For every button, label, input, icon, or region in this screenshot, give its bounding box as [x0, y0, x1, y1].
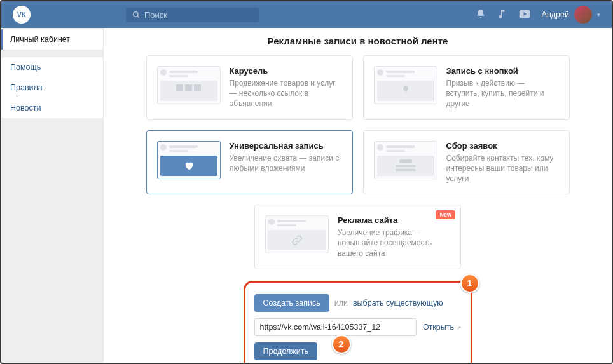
vk-logo[interactable]: VK: [13, 6, 31, 24]
svg-rect-3: [176, 84, 183, 91]
new-badge: New: [436, 210, 455, 219]
thumb-site: [265, 215, 329, 253]
ad-card-site[interactable]: New Реклама сайта Увеличение трафика — п…: [254, 205, 461, 269]
svg-rect-5: [194, 84, 201, 91]
thumb-button: [374, 66, 437, 104]
ad-card-universal[interactable]: Универсальная запись Увеличение охвата —…: [146, 130, 353, 195]
card-title: Универсальная запись: [230, 141, 342, 151]
video-icon[interactable]: [519, 10, 530, 20]
sidebar-item-help[interactable]: Помощь: [1, 57, 103, 78]
user-name: Андрей: [542, 10, 569, 19]
svg-line-1: [137, 16, 139, 18]
card-desc: Увеличение трафика — повышайте посещаемо…: [338, 227, 450, 259]
card-desc: Призыв к действию — вступить, купить, пе…: [446, 78, 559, 109]
search-placeholder: Поиск: [144, 10, 167, 20]
marker-1: 1: [460, 274, 479, 293]
ad-card-button-post[interactable]: Запись с кнопкой Призыв к действию — вст…: [363, 55, 570, 120]
or-label: или: [334, 299, 348, 307]
card-title: Запись с кнопкой: [446, 66, 559, 76]
svg-rect-4: [185, 84, 192, 91]
svg-rect-6: [399, 159, 412, 163]
post-url-input[interactable]: [254, 318, 417, 336]
sidebar-item-news[interactable]: Новости: [1, 98, 103, 118]
card-desc: Собирайте контакты тех, кому интересны в…: [446, 153, 559, 184]
continue-button[interactable]: Продолжить: [254, 342, 317, 360]
sidebar: Личный кабинет Помощь Правила Новости: [1, 28, 103, 363]
page-title: Рекламные записи в новостной ленте: [104, 28, 612, 55]
external-link-icon: ↗: [457, 325, 462, 331]
music-icon[interactable]: [497, 9, 507, 21]
search-icon: [132, 11, 141, 19]
card-title: Карусель: [230, 66, 342, 76]
thumb-leads: [374, 141, 437, 179]
thumb-carousel: [157, 66, 221, 104]
chevron-down-icon: ▾: [597, 11, 600, 18]
avatar: [574, 6, 592, 24]
card-title: Реклама сайта: [338, 215, 450, 225]
main-content: Рекламные записи в новостной ленте Карус…: [103, 28, 612, 363]
choose-existing-link[interactable]: выбрать существующую: [353, 299, 443, 307]
card-desc: Продвижение товаров и услуг — несколько …: [230, 78, 342, 109]
svg-rect-8: [396, 169, 416, 171]
notifications-icon[interactable]: [476, 9, 486, 21]
svg-point-0: [134, 11, 139, 17]
top-bar: VK Поиск Андрей ▾: [1, 1, 612, 28]
marker-2: 2: [332, 335, 351, 354]
sidebar-item-cabinet[interactable]: Личный кабинет: [1, 29, 103, 50]
ad-card-carousel[interactable]: Карусель Продвижение товаров и услуг — н…: [146, 55, 353, 120]
search-input[interactable]: Поиск: [126, 8, 259, 22]
callout-panel: 1 Создать запись или выбрать существующу…: [244, 281, 472, 363]
card-title: Сбор заявок: [446, 141, 559, 151]
ad-card-leads[interactable]: Сбор заявок Собирайте контакты тех, кому…: [363, 130, 570, 195]
thumb-universal: [157, 141, 221, 179]
svg-rect-7: [396, 165, 416, 167]
sidebar-item-rules[interactable]: Правила: [1, 78, 103, 98]
card-desc: Увеличение охвата — записи с любыми влож…: [230, 153, 342, 173]
open-link[interactable]: Открыть ↗: [423, 323, 462, 332]
create-post-button[interactable]: Создать запись: [254, 294, 329, 312]
user-menu[interactable]: Андрей ▾: [542, 6, 600, 24]
